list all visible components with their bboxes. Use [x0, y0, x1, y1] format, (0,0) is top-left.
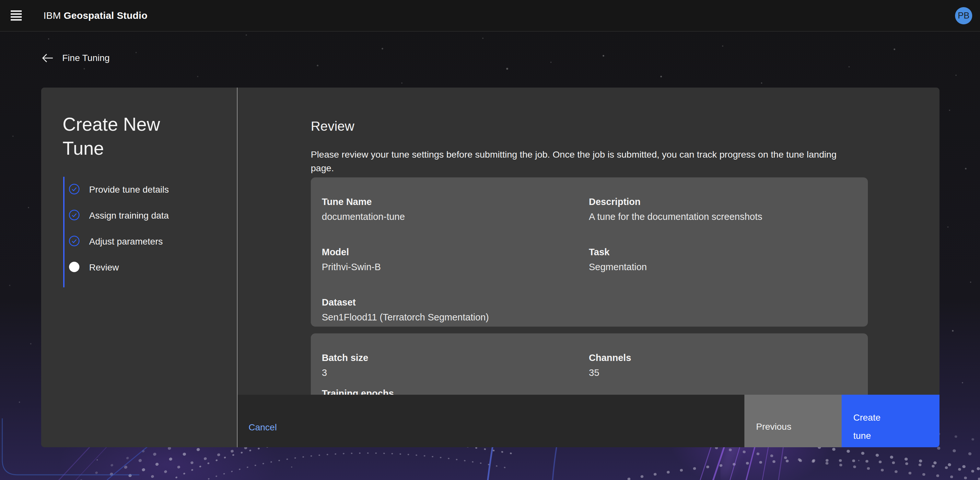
field-channels: Channels 35 — [589, 352, 857, 378]
field-value: 3 — [322, 367, 589, 378]
step-provide-tune-details[interactable]: Provide tune details — [65, 177, 237, 203]
brand-prefix: IBM — [43, 10, 61, 21]
user-avatar[interactable]: PB — [955, 7, 972, 24]
create-tune-wizard: Create New Tune Provide tune details Ass… — [41, 88, 940, 447]
app-title: IBM Geospatial Studio — [43, 10, 148, 21]
step-label: Review — [89, 262, 119, 273]
review-heading: Review — [311, 118, 868, 134]
field-task: Task Segmentation — [589, 247, 857, 273]
brand-name: Geospatial Studio — [64, 10, 147, 21]
field-value: documentation-tune — [322, 211, 589, 222]
current-step-dot-icon — [69, 262, 80, 274]
footer-spacer — [290, 395, 745, 447]
field-value: Prithvi-Swin-B — [322, 262, 589, 273]
previous-button[interactable]: Previous — [745, 395, 842, 447]
wizard-progress-panel: Create New Tune Provide tune details Ass… — [41, 88, 237, 447]
review-description: Please review your tune settings before … — [311, 148, 849, 175]
tune-summary-card: Tune Name documentation-tune Description… — [311, 177, 868, 327]
cancel-button[interactable]: Cancel — [237, 395, 290, 447]
field-label: Dataset — [322, 297, 589, 308]
panel-divider — [237, 88, 237, 447]
field-label: Task — [589, 247, 857, 258]
field-value: 35 — [589, 367, 857, 378]
field-label: Description — [589, 196, 857, 207]
step-label: Adjust parameters — [89, 236, 163, 247]
step-label: Provide tune details — [89, 185, 169, 195]
app-header: IBM Geospatial Studio PB — [0, 0, 980, 32]
wizard-title: Create New Tune — [62, 112, 183, 160]
review-panel: Review Please review your tune settings … — [237, 88, 940, 447]
check-circle-icon — [69, 209, 80, 222]
field-label: Batch size — [322, 352, 589, 363]
check-circle-icon — [69, 183, 80, 196]
field-model: Model Prithvi-Swin-B — [322, 247, 589, 273]
step-review[interactable]: Review — [65, 255, 237, 281]
progress-steps: Provide tune details Assign training dat… — [63, 177, 237, 287]
field-tune-name: Tune Name documentation-tune — [322, 196, 589, 222]
field-label: Model — [322, 247, 589, 258]
field-value: Segmentation — [589, 262, 857, 273]
menu-icon[interactable] — [7, 6, 25, 25]
step-adjust-parameters[interactable]: Adjust parameters — [65, 229, 237, 255]
back-arrow-icon[interactable] — [42, 53, 54, 63]
field-value: Sen1Flood11 (Terratorch Segmentation) — [322, 312, 589, 323]
breadcrumb: Fine Tuning — [42, 51, 110, 65]
step-label: Assign training data — [89, 210, 169, 221]
previous-button-label: Previous — [756, 422, 791, 432]
field-description: Description A tune for the documentation… — [589, 196, 857, 222]
field-label: Channels — [589, 352, 857, 363]
field-value: A tune for the documentation screenshots — [589, 211, 857, 222]
page-title: Fine Tuning — [62, 53, 110, 63]
create-tune-button-label: Create tune — [853, 409, 899, 445]
wizard-footer: Cancel Previous Create tune — [237, 395, 940, 447]
create-tune-button[interactable]: Create tune — [842, 395, 940, 447]
field-batch-size: Batch size 3 — [322, 352, 589, 378]
field-label: Tune Name — [322, 196, 589, 207]
check-circle-icon — [69, 236, 80, 248]
step-assign-training-data[interactable]: Assign training data — [65, 203, 237, 229]
field-dataset: Dataset Sen1Flood11 (Terratorch Segmenta… — [322, 297, 589, 323]
